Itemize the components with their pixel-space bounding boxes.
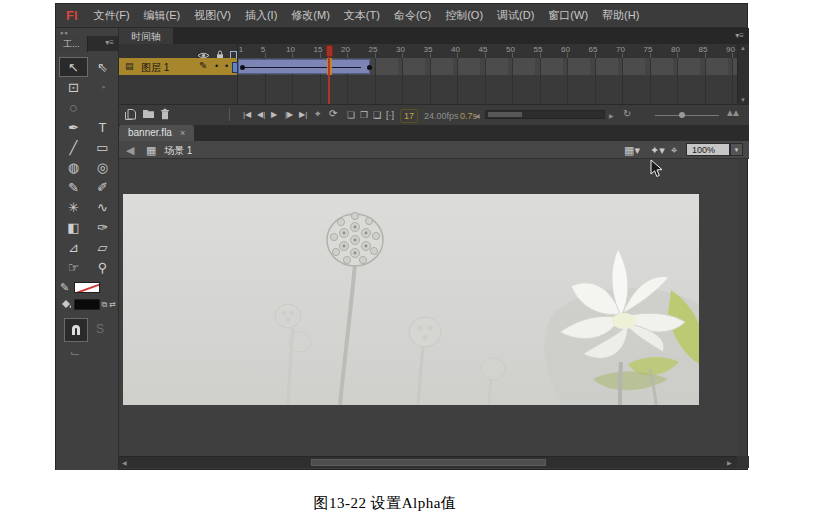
zoom-level-input[interactable]: 100% xyxy=(686,143,730,156)
scroll-up-icon[interactable]: ▲ xyxy=(740,45,746,51)
menu-item-1[interactable]: 编辑(E) xyxy=(144,8,181,23)
timeline-scroll-left-icon[interactable]: ◀ xyxy=(475,110,480,122)
current-frame-indicator[interactable]: 17 xyxy=(400,109,418,123)
menu-item-9[interactable]: 窗口(W) xyxy=(548,8,588,23)
line-tool[interactable]: ╱ xyxy=(59,137,88,157)
subselection-tool[interactable]: ⇖ xyxy=(88,57,117,77)
rectangle-tool[interactable]: ▭ xyxy=(88,137,117,157)
eyedropper-tool[interactable]: ⊿ xyxy=(59,237,88,257)
layer-row[interactable]: ▤ 图层 1 ✎ • • xyxy=(119,58,237,75)
zoom-tool[interactable]: ⚲ xyxy=(88,257,117,277)
go-to-first-frame-icon[interactable]: |◀ xyxy=(243,109,251,121)
zoom-dropdown-icon[interactable]: ▼ xyxy=(730,143,743,156)
back-icon[interactable]: ◀ xyxy=(126,143,134,157)
scroll-down-icon[interactable]: ▼ xyxy=(740,97,746,103)
menu-item-7[interactable]: 控制(O) xyxy=(445,8,483,23)
layer-visibility-dot[interactable]: • xyxy=(215,61,218,71)
onion-skin-icon[interactable]: ❏ xyxy=(347,109,355,121)
menu-item-2[interactable]: 视图(V) xyxy=(194,8,231,23)
menu-item-10[interactable]: 帮助(H) xyxy=(602,8,639,23)
stage-image[interactable] xyxy=(123,194,699,405)
repeat-icon[interactable]: ↻ xyxy=(623,108,631,120)
smooth-option-label[interactable]: S xyxy=(96,322,104,336)
playhead-handle[interactable] xyxy=(326,45,333,57)
deco-tool[interactable]: ✳ xyxy=(59,197,88,217)
scroll-left-icon[interactable]: ◀ xyxy=(122,459,127,466)
3d-rotation-tool[interactable]: ◔ xyxy=(88,77,117,97)
timeline-scroll-thumb[interactable] xyxy=(488,112,522,117)
delete-layer-button[interactable] xyxy=(160,108,170,120)
selection-tool[interactable]: ↖ xyxy=(59,57,88,77)
polystar-tool[interactable]: ◎ xyxy=(88,157,117,177)
menu-item-0[interactable]: 文件(F) xyxy=(94,8,130,23)
timeline-horizontal-scrollbar[interactable] xyxy=(485,110,605,119)
close-icon[interactable]: × xyxy=(180,128,185,138)
scrollbar-corner xyxy=(737,456,749,468)
timeline-vertical-scrollbar[interactable]: ▲ ▼ xyxy=(737,44,749,104)
edit-scene-icon[interactable]: ▦▾ xyxy=(624,143,640,157)
panel-menu-icon[interactable]: ▾≡ xyxy=(105,38,114,47)
step-forward-icon[interactable]: |▶ xyxy=(285,109,293,121)
ink-bottle-tool[interactable]: ✑ xyxy=(88,217,117,237)
timeline-panel-menu-icon[interactable]: ▾≡ xyxy=(735,31,744,40)
onion-skin-outlines-icon[interactable]: ❐ xyxy=(360,109,368,121)
paint-bucket-tool[interactable]: ◧ xyxy=(59,217,88,237)
new-layer-button[interactable] xyxy=(124,108,137,121)
text-tool[interactable]: T xyxy=(88,117,117,137)
frames-area[interactable]: 151015202530354045505560657075808590 xyxy=(238,44,737,104)
edit-multiple-frames-icon[interactable]: ❑ xyxy=(373,109,381,121)
menu-item-3[interactable]: 插入(I) xyxy=(245,8,277,23)
menu-item-5[interactable]: 文本(T) xyxy=(344,8,380,23)
stage-horizontal-scrollbar[interactable]: ◀ ▶ xyxy=(119,456,749,468)
motion-tween-span[interactable] xyxy=(238,59,370,74)
hand-tool[interactable]: ☞ xyxy=(59,257,88,277)
pen-tool[interactable]: ✒ xyxy=(59,117,88,137)
flash-window: Fl 文件(F)编辑(E)视图(V)插入(I)修改(M)文本(T)命令(C)控制… xyxy=(55,3,748,470)
play-icon[interactable]: ▶ xyxy=(271,109,277,121)
free-transform-tool[interactable]: ⊡ xyxy=(59,77,88,97)
lasso-tool[interactable]: ◌ xyxy=(59,97,88,117)
layer-lock-dot[interactable]: • xyxy=(225,61,228,71)
layer-frames-row[interactable] xyxy=(238,58,737,75)
scroll-thumb[interactable] xyxy=(311,459,546,466)
tab-timeline[interactable]: 时间轴 xyxy=(119,28,173,45)
center-frame-icon[interactable]: ⌖ xyxy=(671,143,677,157)
oval-tool[interactable]: ◍ xyxy=(59,157,88,177)
menu-item-6[interactable]: 命令(C) xyxy=(394,8,431,23)
swap-colors-icon[interactable]: ⇄ xyxy=(109,300,116,309)
scroll-right-icon[interactable]: ▶ xyxy=(727,459,732,466)
stroke-color-swatch[interactable] xyxy=(74,282,100,293)
tab-tools[interactable]: 工... xyxy=(56,36,88,52)
magnet-icon xyxy=(70,324,82,336)
new-folder-button[interactable] xyxy=(142,108,155,119)
menu-item-8[interactable]: 调试(D) xyxy=(497,8,534,23)
default-colors-icon[interactable]: ⧉ xyxy=(102,300,108,310)
pasteboard[interactable]: ▲ ▼ xyxy=(119,159,737,456)
timeline-zoom-knob[interactable] xyxy=(679,112,685,118)
fill-color-swatch[interactable] xyxy=(74,299,100,310)
go-to-last-frame-icon[interactable]: ▶| xyxy=(299,109,307,121)
timeline-scroll-right-icon[interactable]: ▶ xyxy=(609,110,614,122)
menu-item-4[interactable]: 修改(M) xyxy=(291,8,330,23)
loop-icon[interactable]: ⟳ xyxy=(329,108,337,120)
snap-to-objects-button[interactable] xyxy=(64,318,88,342)
pencil-tool[interactable]: ✎ xyxy=(59,177,88,197)
layer-name[interactable]: 图层 1 xyxy=(141,61,169,75)
bone-tool[interactable]: ∿ xyxy=(88,197,117,217)
step-back-icon[interactable]: ◀| xyxy=(257,109,265,121)
document-tab[interactable]: banner.fla× xyxy=(119,125,194,141)
modify-markers-icon[interactable]: [·] xyxy=(386,109,394,121)
edit-symbols-icon[interactable]: ✦▾ xyxy=(650,143,665,157)
straighten-option-icon[interactable]: ⌙ xyxy=(70,346,80,360)
brush-tool[interactable]: ✐ xyxy=(88,177,117,197)
center-frame-icon[interactable]: ⌖ xyxy=(315,108,321,120)
timeline-zoom-slider[interactable] xyxy=(655,115,719,116)
timeline-zoom-icon: ▲▲ xyxy=(725,107,737,118)
scene-label[interactable]: 场景 1 xyxy=(164,144,192,158)
eraser-tool[interactable]: ▱ xyxy=(88,237,117,257)
ruler-label-1: 1 xyxy=(238,45,250,54)
document-tab-label[interactable]: banner.fla xyxy=(128,127,172,138)
frame-ruler[interactable]: 151015202530354045505560657075808590 xyxy=(238,44,737,58)
frame-rate-indicator[interactable]: 24.00fps xyxy=(424,110,459,122)
keyframe-end-dot[interactable] xyxy=(367,65,372,70)
